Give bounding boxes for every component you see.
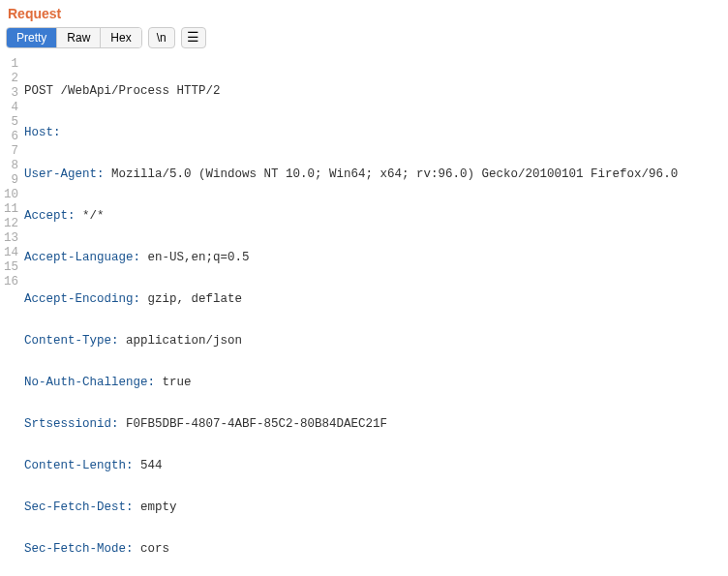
header-sec-fetch-mode: Sec-Fetch-Mode: bbox=[24, 542, 134, 556]
request-line: POST /WebApi/Process HTTP/2 bbox=[24, 84, 221, 98]
tab-hex[interactable]: Hex bbox=[101, 28, 140, 47]
header-accept-language: Accept-Language: bbox=[24, 251, 140, 264]
header-sec-fetch-dest: Sec-Fetch-Dest: bbox=[24, 500, 134, 514]
header-accept-encoding: Accept-Encoding: bbox=[24, 292, 140, 306]
line-gutter: 1234 5678 9101112 13141516 bbox=[0, 55, 24, 576]
tab-pretty[interactable]: Pretty bbox=[7, 28, 57, 47]
code-viewer[interactable]: 1234 5678 9101112 13141516 POST /WebApi/… bbox=[0, 55, 728, 576]
toolbar: Pretty Raw Hex \n ☰ bbox=[0, 25, 728, 55]
header-user-agent: User-Agent: bbox=[24, 167, 105, 181]
newline-toggle-button[interactable]: \n bbox=[148, 27, 175, 48]
header-srtsessionid: Srtsessionid: bbox=[24, 417, 119, 431]
header-content-type: Content-Type: bbox=[24, 334, 119, 348]
header-no-auth-challenge: No-Auth-Challenge: bbox=[24, 376, 155, 389]
panel-title: Request bbox=[0, 0, 728, 25]
tab-raw[interactable]: Raw bbox=[57, 28, 101, 47]
view-tabs: Pretty Raw Hex bbox=[6, 27, 142, 48]
header-accept: Accept: bbox=[24, 209, 76, 223]
hamburger-icon[interactable]: ☰ bbox=[181, 27, 206, 48]
header-content-length: Content-Length: bbox=[24, 459, 134, 472]
header-host: Host: bbox=[24, 126, 61, 139]
code-lines: POST /WebApi/Process HTTP/2 Host: User-A… bbox=[24, 55, 728, 576]
